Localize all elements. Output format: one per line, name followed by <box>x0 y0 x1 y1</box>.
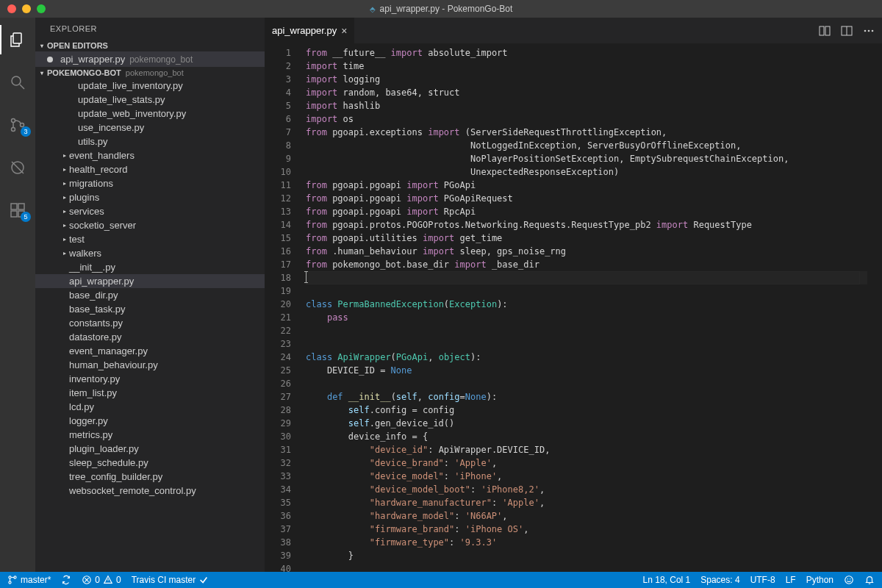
code-line[interactable]: class ApiWrapper(PGoApi, object): <box>306 351 867 364</box>
notifications-button[interactable] <box>864 575 875 585</box>
eol-status[interactable]: LF <box>786 575 796 585</box>
file-item[interactable]: api_wrapper.py <box>35 274 265 288</box>
code-line[interactable]: import logging <box>306 73 867 86</box>
split-editor-icon[interactable] <box>841 25 853 37</box>
code-line[interactable]: from pgoapi.exceptions import (ServerSid… <box>306 126 867 139</box>
editor-tab-api-wrapper[interactable]: api_wrapper.py × <box>265 18 355 43</box>
more-icon[interactable] <box>863 25 875 37</box>
code-line[interactable]: "device_model": 'iPhone', <box>306 470 867 483</box>
file-item[interactable]: websocket_remote_control.py <box>35 484 265 498</box>
folder-item[interactable]: ▸test <box>35 232 265 246</box>
file-item[interactable]: datastore.py <box>35 330 265 344</box>
file-item[interactable]: plugin_loader.py <box>35 442 265 456</box>
file-item[interactable]: update_web_inventory.py <box>35 107 265 121</box>
file-item[interactable]: human_behaviour.py <box>35 358 265 372</box>
code-line[interactable]: "firmware_brand": 'iPhone OS', <box>306 523 867 536</box>
code-line[interactable]: pass <box>306 311 867 324</box>
folder-item[interactable]: ▸plugins <box>35 190 265 204</box>
code-line[interactable]: device_info = { <box>306 430 867 443</box>
feedback-button[interactable] <box>844 575 854 585</box>
file-item[interactable]: base_dir.py <box>35 288 265 302</box>
code-line[interactable]: from pokemongo_bot.base_dir import _base… <box>306 258 867 271</box>
code-line[interactable] <box>306 562 867 572</box>
scm-activity[interactable]: 3 <box>0 110 35 140</box>
code-line[interactable]: "device_brand": 'Apple', <box>306 456 867 470</box>
code-line[interactable]: from __future__ import absolute_import <box>306 46 867 60</box>
folder-item[interactable]: ▸socketio_server <box>35 218 265 232</box>
file-item[interactable]: item_list.py <box>35 386 265 400</box>
open-editors-header[interactable]: ▾ OPEN EDITORS <box>35 40 265 51</box>
file-item[interactable]: __init__.py <box>35 260 265 274</box>
sync-status[interactable] <box>61 575 71 585</box>
file-item[interactable]: inventory.py <box>35 372 265 386</box>
maximize-window-button[interactable] <box>37 4 46 13</box>
code-line[interactable] <box>306 284 867 298</box>
debug-activity[interactable] <box>0 153 35 182</box>
minimap[interactable] <box>867 43 882 572</box>
code-line[interactable]: "device_model_boot": 'iPhone8,2', <box>306 483 867 496</box>
code-line[interactable]: NoPlayerPositionSetException, EmptySubre… <box>306 152 867 165</box>
close-tab-icon[interactable]: × <box>341 25 347 37</box>
compare-changes-icon[interactable] <box>819 25 831 37</box>
code-line[interactable] <box>306 337 867 351</box>
code-line[interactable]: DEVICE_ID = None <box>306 364 867 377</box>
folder-item[interactable]: ▸migrations <box>35 176 265 190</box>
code-line[interactable] <box>306 377 867 390</box>
ci-status[interactable]: Travis CI master <box>132 575 209 585</box>
code-line[interactable]: def __init__(self, config=None): <box>306 390 867 404</box>
folder-item[interactable]: ▸services <box>35 204 265 218</box>
extensions-activity[interactable]: 5 <box>0 196 35 225</box>
minimize-window-button[interactable] <box>22 4 31 13</box>
code-line[interactable]: self.config = config <box>306 404 867 417</box>
open-editor-item[interactable]: api_wrapper.py pokemongo_bot <box>35 51 265 67</box>
project-header[interactable]: ▾ POKEMONGO-BOT pokemongo_bot <box>35 67 265 79</box>
indentation-status[interactable]: Spaces: 4 <box>700 575 739 585</box>
cursor-position[interactable]: Ln 18, Col 1 <box>643 575 691 585</box>
editor-body[interactable]: 1234567891011121314151617181920212223242… <box>265 43 882 572</box>
code-line[interactable]: "device_id": ApiWrapper.DEVICE_ID, <box>306 443 867 456</box>
search-activity[interactable] <box>0 68 35 97</box>
file-item[interactable]: use_incense.py <box>35 121 265 135</box>
code-line[interactable]: "firmware_type": '9.3.3' <box>306 536 867 549</box>
git-branch-status[interactable]: master* <box>7 575 51 585</box>
code-line[interactable]: from pgoapi.protos.POGOProtos.Networking… <box>306 218 867 232</box>
file-item[interactable]: update_live_inventory.py <box>35 79 265 93</box>
encoding-status[interactable]: UTF-8 <box>750 575 775 585</box>
file-item[interactable]: tree_config_builder.py <box>35 470 265 484</box>
file-item[interactable]: event_manager.py <box>35 344 265 358</box>
code-line[interactable]: from .human_behaviour import sleep, gps_… <box>306 245 867 258</box>
close-window-button[interactable] <box>7 4 16 13</box>
file-item[interactable]: lcd.py <box>35 400 265 414</box>
code-line[interactable]: import time <box>306 60 867 73</box>
code-content[interactable]: from __future__ import absolute_importim… <box>306 43 867 572</box>
code-line[interactable]: import hashlib <box>306 99 867 112</box>
file-item[interactable]: sleep_schedule.py <box>35 456 265 470</box>
code-line[interactable]: from pgoapi.utilities import get_time <box>306 232 867 245</box>
code-line[interactable]: import random, base64, struct <box>306 86 867 99</box>
code-line[interactable]: from pgoapi.pgoapi import PGoApiRequest <box>306 192 867 205</box>
code-line[interactable] <box>306 324 867 337</box>
code-line[interactable] <box>306 271 867 284</box>
folder-item[interactable]: ▸health_record <box>35 162 265 176</box>
file-tree[interactable]: update_live_inventory.pyupdate_live_stat… <box>35 79 265 572</box>
folder-item[interactable]: ▸walkers <box>35 246 265 260</box>
code-line[interactable]: "hardware_model": 'N66AP', <box>306 509 867 523</box>
code-line[interactable]: NotLoggedInException, ServerBusyOrOfflin… <box>306 139 867 152</box>
problems-status[interactable]: 0 0 <box>82 575 121 585</box>
code-line[interactable]: "hardware_manufacturer": 'Apple', <box>306 496 867 509</box>
code-line[interactable]: self.gen_device_id() <box>306 417 867 430</box>
explorer-activity[interactable] <box>0 25 35 54</box>
code-line[interactable]: import os <box>306 112 867 126</box>
file-item[interactable]: utils.py <box>35 135 265 148</box>
file-item[interactable]: update_live_stats.py <box>35 93 265 107</box>
file-item[interactable]: logger.py <box>35 414 265 428</box>
file-item[interactable]: base_task.py <box>35 302 265 316</box>
code-line[interactable]: from pgoapi.pgoapi import PGoApi <box>306 179 867 192</box>
file-item[interactable]: metrics.py <box>35 428 265 442</box>
file-item[interactable]: constants.py <box>35 316 265 330</box>
folder-item[interactable]: ▸event_handlers <box>35 148 265 162</box>
code-line[interactable]: } <box>306 549 867 562</box>
code-line[interactable]: from pgoapi.pgoapi import RpcApi <box>306 205 867 218</box>
language-status[interactable]: Python <box>806 575 833 585</box>
code-line[interactable]: UnexpectedResponseException) <box>306 165 867 179</box>
